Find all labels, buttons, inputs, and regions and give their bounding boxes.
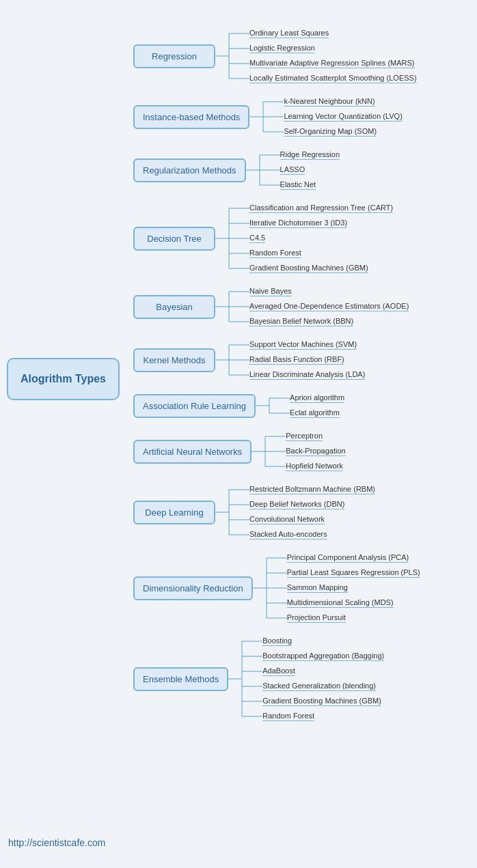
item-row: Stacked Auto-encoders (249, 527, 375, 542)
category-box-association: Association Rule Learning (133, 394, 256, 418)
section-decision-tree: Decision TreeClassification and Regressi… (133, 201, 472, 276)
section-instance-based: Instance-based Methodsk-Nearest Neighbou… (133, 94, 472, 139)
section-ensemble: Ensemble MethodsBoostingBootstrapped Agg… (133, 634, 472, 724)
item-row: Partial Least Squares Regression (PLS) (287, 565, 420, 580)
item-label: Sammon Mapping (287, 583, 348, 593)
items-col-instance-based: k-Nearest Neighbour (kNN)Learning Vector… (284, 94, 402, 139)
item-label: Principal Component Analysis (PCA) (287, 553, 409, 563)
category-box-deep-learning: Deep Learning (133, 501, 215, 524)
item-row: Random Forest (249, 246, 393, 261)
item-label: Apriori algorithm (290, 393, 344, 403)
item-label: Back-Propagation (286, 447, 345, 456)
category-box-decision-tree: Decision Tree (133, 227, 215, 251)
item-label: Random Forest (249, 249, 301, 258)
item-label: LASSO (280, 165, 305, 175)
connector-svg-instance-based (249, 94, 284, 139)
item-label: Convolutional Network (249, 515, 325, 524)
connector-svg-ann (251, 429, 286, 474)
connector-svg-decision-tree (215, 201, 249, 276)
item-row: k-Nearest Neighbour (kNN) (284, 94, 402, 109)
item-row: Multivariate Adaptive Regression Splines… (249, 56, 417, 71)
item-row: Ridge Regression (280, 148, 340, 163)
item-label: Perceptron (286, 432, 323, 441)
items-col-ann: PerceptronBack-PropagationHopfield Netwo… (286, 429, 345, 474)
category-box-kernel: Kernel Methods (133, 348, 215, 372)
connector-svg-regularization (246, 148, 280, 193)
items-col-bayesian: Naive BayesAveraged One-Dependence Estim… (249, 284, 409, 329)
connector-svg-ensemble (228, 634, 262, 724)
connector-svg-bayesian (215, 284, 249, 329)
item-row: Random Forest (262, 709, 384, 724)
item-row: Apriori algorithm (290, 391, 344, 406)
items-col-dimensionality: Principal Component Analysis (PCA)Partia… (287, 550, 420, 626)
connector-svg-deep-learning (215, 482, 249, 542)
item-row: Naive Bayes (249, 284, 409, 299)
category-box-regression: Regression (133, 44, 215, 68)
item-row: Projection Pursuit (287, 611, 420, 626)
section-bayesian: BayesianNaive BayesAveraged One-Dependen… (133, 284, 472, 329)
item-label: Eclat algorithm (290, 408, 340, 418)
section-deep-learning: Deep LearningRestricted Boltzmann Machin… (133, 482, 472, 542)
item-row: LASSO (280, 163, 340, 178)
item-row: Stacked Generalization (blending) (262, 679, 384, 694)
item-row: Self-Organizing Map (SOM) (284, 124, 402, 139)
item-label: Stacked Generalization (blending) (262, 682, 376, 691)
item-row: Radial Basis Function (RBF) (249, 352, 365, 367)
item-row: Sammon Mapping (287, 580, 420, 596)
item-label: Ordinary Least Squares (249, 29, 329, 38)
item-label: Hopfield Network (286, 462, 343, 471)
items-col-kernel: Support Vector Machines (SVM)Radial Basi… (249, 337, 365, 382)
item-row: Perceptron (286, 429, 345, 444)
item-label: Deep Belief Networks (DBN) (249, 500, 344, 509)
item-row: Principal Component Analysis (PCA) (287, 550, 420, 565)
item-label: Gradient Boosting Machines (GBM) (249, 264, 368, 273)
item-row: Bootstrapped Aggregation (Bagging) (262, 649, 384, 664)
footer-link[interactable]: http://scientistcafe.com (8, 837, 105, 848)
category-box-regularization: Regularization Methods (133, 158, 246, 182)
item-label: Gradient Boosting Machines (GBM) (262, 697, 381, 706)
item-label: Random Forest (262, 712, 314, 721)
items-col-regularization: Ridge RegressionLASSOElastic Net (280, 148, 340, 193)
section-ann: Artificial Neural NetworksPerceptronBack… (133, 429, 472, 474)
section-regression: RegressionOrdinary Least SquaresLogistic… (133, 26, 472, 86)
category-box-ann: Artificial Neural Networks (133, 440, 251, 464)
item-row: AdaBoost (262, 664, 384, 679)
item-label: Multivariate Adaptive Regression Splines… (249, 59, 415, 68)
item-label: C4.5 (249, 234, 265, 243)
item-row: Convolutional Network (249, 512, 375, 527)
item-label: Restricted Boltzmann Machine (RBM) (249, 485, 375, 494)
item-label: k-Nearest Neighbour (kNN) (284, 97, 374, 107)
item-row: C4.5 (249, 231, 393, 246)
item-label: Boosting (262, 636, 292, 646)
item-row: Linear Discriminate Analysis (LDA) (249, 367, 365, 382)
item-row: Classification and Regression Tree (CART… (249, 201, 393, 216)
item-row: Elastic Net (280, 178, 340, 193)
item-label: Classification and Regression Tree (CART… (249, 204, 393, 213)
item-row: Eclat algorithm (290, 406, 344, 421)
connector-svg-association (256, 391, 290, 421)
category-box-bayesian: Bayesian (133, 295, 215, 319)
category-box-instance-based: Instance-based Methods (133, 105, 249, 129)
item-row: Ordinary Least Squares (249, 26, 417, 41)
item-row: Restricted Boltzmann Machine (RBM) (249, 482, 375, 497)
items-col-ensemble: BoostingBootstrapped Aggregation (Baggin… (262, 634, 384, 724)
item-row: Boosting (262, 634, 384, 649)
item-label: Logistic Regression (249, 44, 315, 53)
item-label: Bootstrapped Aggregation (Bagging) (262, 652, 384, 661)
items-col-deep-learning: Restricted Boltzmann Machine (RBM)Deep B… (249, 482, 375, 542)
page-container: Alogrithm Types RegressionOrdinary Least… (0, 0, 477, 868)
connector-svg-dimensionality (253, 550, 287, 626)
item-label: Radial Basis Function (RBF) (249, 355, 344, 365)
item-label: Linear Discriminate Analysis (LDA) (249, 370, 365, 380)
section-dimensionality: Dimensionality ReductionPrincipal Compon… (133, 550, 472, 626)
item-row: Back-Propagation (286, 444, 345, 459)
item-row: Iterative Dichotomiser 3 (ID3) (249, 216, 393, 231)
item-label: Learning Vector Quantization (LVQ) (284, 112, 402, 122)
section-kernel: Kernel MethodsSupport Vector Machines (S… (133, 337, 472, 382)
items-col-association: Apriori algorithmEclat algorithm (290, 391, 344, 421)
item-label: Ridge Regression (280, 150, 340, 160)
item-row: Averaged One-Dependence Estimators (AODE… (249, 299, 409, 314)
category-box-dimensionality: Dimensionality Reduction (133, 576, 253, 600)
main-title-box: Alogrithm Types (7, 358, 120, 400)
category-box-ensemble: Ensemble Methods (133, 667, 228, 691)
